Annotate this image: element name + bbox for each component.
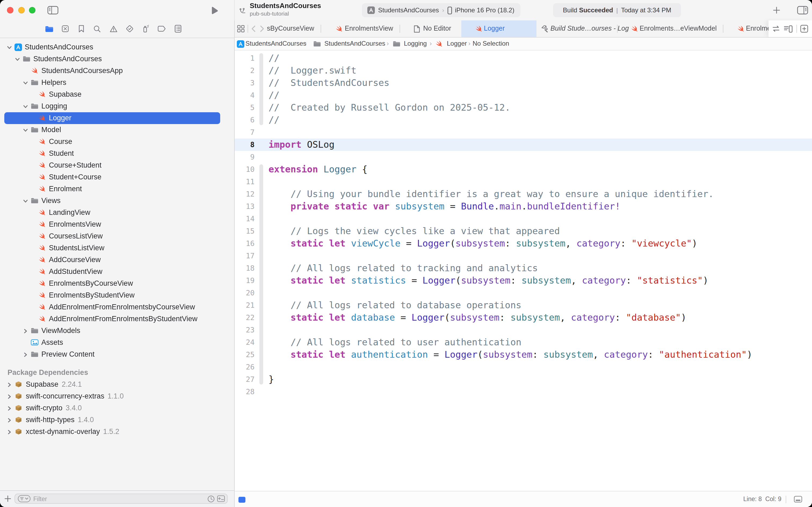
breadcrumb-item[interactable]: Logger xyxy=(447,38,467,50)
disclosure-triangle-icon[interactable] xyxy=(7,394,12,399)
line-number[interactable]: 24 xyxy=(235,336,254,349)
tree-item[interactable]: StudentsAndCoursesApp xyxy=(0,65,234,77)
editor-tab[interactable]: Enrolments…eViewModel xyxy=(640,20,717,37)
tree-item[interactable]: AddEnrolmentFromEnrolmentsByStudentView xyxy=(0,313,234,325)
code-line[interactable]: 15 // Logs the view cycles like a view t… xyxy=(235,225,812,237)
tree-item[interactable]: StudentsListView xyxy=(0,242,234,254)
tree-item[interactable]: Supabase xyxy=(0,89,234,101)
disclosure-triangle-icon[interactable] xyxy=(23,127,28,132)
line-number[interactable]: 28 xyxy=(235,386,254,398)
disclosure-triangle-icon[interactable] xyxy=(7,430,12,434)
package-item[interactable]: swift-crypto3.4.0 xyxy=(0,402,234,414)
code-line[interactable]: 10extension Logger { xyxy=(235,163,812,176)
tree-item[interactable]: Course xyxy=(0,136,234,148)
tree-item[interactable]: Helpers xyxy=(0,77,234,89)
filter-input[interactable] xyxy=(31,496,207,502)
breadcrumb-item[interactable]: StudentsAndCourses xyxy=(245,38,306,50)
line-number[interactable]: 16 xyxy=(235,237,254,250)
bookmarks-navigator-icon[interactable] xyxy=(74,20,88,37)
code-line[interactable]: 4// xyxy=(235,89,812,102)
disclosure-triangle-icon[interactable] xyxy=(7,417,12,422)
tree-item[interactable]: Course+Student xyxy=(0,160,234,171)
tree-item[interactable]: Logger xyxy=(0,112,234,124)
code-line[interactable]: 11 xyxy=(235,176,812,188)
line-number[interactable]: 17 xyxy=(235,250,254,262)
disclosure-triangle-icon[interactable] xyxy=(7,382,12,387)
code-line[interactable]: 18 // All logs related to tracking and a… xyxy=(235,262,812,274)
editor-tab[interactable]: No Editor xyxy=(423,20,451,37)
line-number[interactable]: 19 xyxy=(235,274,254,287)
line-number[interactable]: 8 xyxy=(235,138,254,151)
tree-item[interactable]: Model xyxy=(0,124,234,136)
add-editor-icon[interactable] xyxy=(800,20,808,37)
line-number[interactable]: 1 xyxy=(235,52,254,64)
breadcrumb-item[interactable]: StudentsAndCourses xyxy=(325,38,385,50)
disclosure-triangle-icon[interactable] xyxy=(23,328,28,333)
line-number[interactable]: 9 xyxy=(235,151,254,163)
line-number[interactable]: 26 xyxy=(235,361,254,373)
tree-item[interactable]: Views xyxy=(0,195,234,207)
tree-item[interactable]: Preview Content xyxy=(0,349,234,360)
run-button[interactable] xyxy=(211,6,218,14)
breadcrumb-item[interactable]: Logging xyxy=(404,38,427,50)
line-number[interactable]: 14 xyxy=(235,213,254,225)
breakpoints-navigator-icon[interactable] xyxy=(155,20,169,37)
swap-editor-icon[interactable] xyxy=(772,20,780,37)
tree-item[interactable]: ViewModels xyxy=(0,325,234,337)
tree-item[interactable]: Enrolment xyxy=(0,183,234,195)
line-number[interactable]: 11 xyxy=(235,176,254,188)
line-number[interactable]: 22 xyxy=(235,312,254,324)
line-number[interactable]: 3 xyxy=(235,77,254,89)
code-line[interactable]: 9 xyxy=(235,151,812,163)
debug-navigator-icon[interactable] xyxy=(138,20,153,37)
line-number[interactable]: 4 xyxy=(235,89,254,102)
line-number[interactable]: 6 xyxy=(235,114,254,126)
related-items-icon[interactable] xyxy=(237,20,245,37)
package-item[interactable]: Supabase2.24.1 xyxy=(0,379,234,390)
close-window-button[interactable] xyxy=(7,7,13,13)
code-line[interactable]: 19 static let statistics = Logger(subsys… xyxy=(235,274,812,287)
line-number[interactable]: 5 xyxy=(235,102,254,114)
tree-item[interactable]: StudentsAndCourses xyxy=(0,41,234,53)
line-number[interactable]: 23 xyxy=(235,324,254,336)
tree-item[interactable]: StudentsAndCourses xyxy=(0,53,234,65)
tree-item[interactable]: EnrolmentsByStudentView xyxy=(0,289,234,301)
breadcrumb-item[interactable]: No Selection xyxy=(473,38,509,50)
run-destination[interactable]: iPhone 16 Pro (18.2) xyxy=(455,6,515,14)
line-number[interactable]: 13 xyxy=(235,200,254,213)
disclosure-triangle-icon[interactable] xyxy=(15,57,20,61)
add-button-toolbar[interactable] xyxy=(773,6,780,14)
code-line[interactable]: 21 // All logs related to database opera… xyxy=(235,299,812,312)
disclosure-triangle-icon[interactable] xyxy=(23,199,28,203)
code-line[interactable]: 16 static let viewCycle = Logger(subsyst… xyxy=(235,237,812,250)
code-line[interactable]: 7 xyxy=(235,126,812,138)
disclosure-triangle-icon[interactable] xyxy=(23,352,28,357)
line-number[interactable]: 10 xyxy=(235,163,254,176)
tree-item[interactable]: Logging xyxy=(0,101,234,112)
line-number[interactable]: 12 xyxy=(235,188,254,200)
toggle-left-sidebar-button[interactable] xyxy=(47,6,59,14)
disclosure-triangle-icon[interactable] xyxy=(7,45,12,50)
code-line[interactable]: 13 private static var subsystem = Bundle… xyxy=(235,200,812,213)
go-back-icon[interactable] xyxy=(251,20,255,37)
tree-item[interactable]: AddEnrolmentFromEnrolmentsbyCourseView xyxy=(0,301,234,313)
code-line[interactable]: 14 xyxy=(235,213,812,225)
recents-clock-icon[interactable] xyxy=(207,495,215,502)
disclosure-triangle-icon[interactable] xyxy=(7,406,12,410)
code-line[interactable]: 27} xyxy=(235,373,812,386)
code-line[interactable]: 23 xyxy=(235,324,812,336)
go-forward-icon[interactable] xyxy=(260,20,264,37)
code-line[interactable]: 22 static let database = Logger(subsyste… xyxy=(235,312,812,324)
reports-navigator-icon[interactable] xyxy=(171,20,185,37)
filter-field[interactable] xyxy=(14,494,228,504)
tree-item[interactable]: AddCourseView xyxy=(0,254,234,266)
minimize-window-button[interactable] xyxy=(18,7,24,13)
code-line[interactable]: 3// StudentsAndCourses xyxy=(235,77,812,89)
line-number[interactable]: 27 xyxy=(235,373,254,386)
tests-navigator-icon[interactable] xyxy=(122,20,136,37)
tree-item[interactable]: Assets xyxy=(0,337,234,349)
disclosure-triangle-icon[interactable] xyxy=(23,80,28,85)
find-navigator-icon[interactable] xyxy=(90,20,104,37)
tree-item[interactable]: Student xyxy=(0,148,234,160)
adjust-editor-icon[interactable] xyxy=(794,496,802,503)
